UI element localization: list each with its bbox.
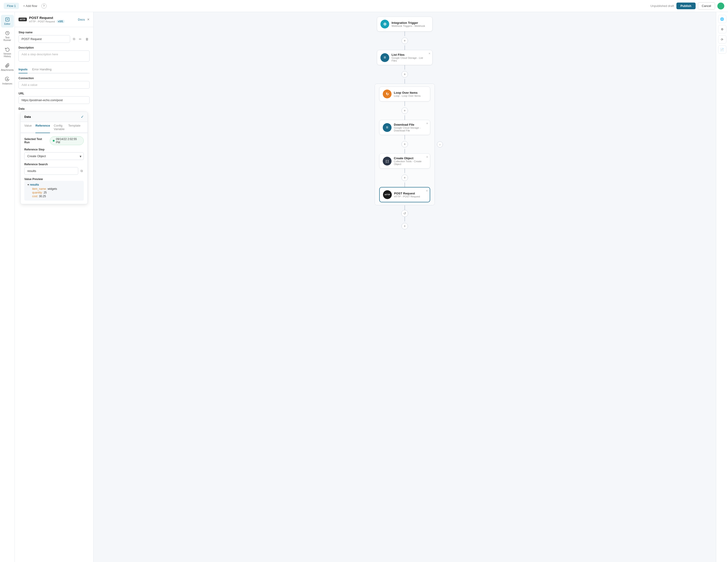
publish-button[interactable]: Publish bbox=[676, 3, 696, 9]
sidebar-item-editor[interactable]: Editor bbox=[1, 15, 14, 28]
reference-search-field: Reference Search ⧉ bbox=[24, 163, 84, 175]
history-button[interactable]: ⟳ bbox=[718, 35, 726, 44]
document-button[interactable]: 📄 bbox=[718, 45, 726, 54]
list-files-content: List Files Google Cloud Storage - List F… bbox=[392, 53, 429, 62]
add-step-loop-1-button[interactable]: + bbox=[401, 107, 408, 114]
editor-label: Editor bbox=[4, 23, 10, 25]
add-flow-button[interactable]: + Add flow bbox=[21, 3, 39, 9]
editor-icon bbox=[5, 17, 10, 22]
test-run-badge: 09/14/22 2:02:55 PM bbox=[50, 136, 84, 145]
top-bar-left: Flow 1 + Add flow ? bbox=[4, 3, 47, 9]
instances-label: Instances bbox=[2, 82, 12, 85]
post-request-close-button[interactable]: × bbox=[426, 189, 428, 193]
settings-button[interactable]: ⚙ bbox=[718, 25, 726, 33]
add-step-end-button[interactable]: + bbox=[401, 223, 408, 229]
ref-tab-config-variable[interactable]: Config Variable bbox=[54, 122, 65, 133]
confirm-button[interactable]: ✓ bbox=[81, 115, 84, 119]
copy-step-button[interactable]: ⧉ bbox=[72, 36, 76, 42]
connector-4 bbox=[404, 79, 405, 84]
panel-header: HTTP POST Request HTTP - POST Request v1… bbox=[15, 12, 93, 27]
left-sidebar: Editor Test Runner Version History Attac… bbox=[0, 12, 15, 562]
description-input[interactable] bbox=[19, 50, 90, 62]
refresh-button[interactable]: ↺ bbox=[401, 210, 408, 217]
integration-trigger-content: Integration Trigger Webhook Triggers - W… bbox=[392, 21, 429, 27]
connector-1 bbox=[404, 31, 405, 36]
sidebar-item-version-history[interactable]: Version History bbox=[1, 45, 14, 60]
cancel-button[interactable]: Cancel bbox=[698, 2, 715, 9]
delete-step-button[interactable]: 🗑 bbox=[84, 36, 90, 42]
close-panel-button[interactable]: × bbox=[87, 17, 90, 22]
reference-search-label: Reference Search bbox=[24, 163, 84, 166]
test-runner-label: Test Runner bbox=[2, 36, 12, 41]
reference-tabs: Value Reference Config Variable Template bbox=[21, 122, 87, 133]
vp-prop-quantity: quantity: 25 bbox=[32, 191, 81, 194]
ref-tab-reference[interactable]: Reference bbox=[35, 122, 50, 133]
sidebar-item-attachments[interactable]: Attachments bbox=[1, 61, 14, 74]
sidebar-item-test-runner[interactable]: Test Runner bbox=[1, 28, 14, 44]
edit-step-button[interactable]: ✏ bbox=[78, 36, 83, 42]
connection-label: Connection bbox=[19, 77, 90, 80]
data-label: Data bbox=[19, 107, 90, 110]
create-object-title: Create Object bbox=[394, 156, 427, 160]
ref-tab-template[interactable]: Template bbox=[68, 122, 81, 133]
integration-trigger-icon: ⚙ bbox=[380, 20, 389, 28]
flow-node-list-files[interactable]: ≡ List Files Google Cloud Storage - List… bbox=[377, 50, 432, 65]
expand-loop-button[interactable]: › bbox=[437, 141, 443, 147]
attachments-label: Attachments bbox=[1, 69, 14, 71]
top-bar-right: Unpublished draft Publish Cancel bbox=[650, 2, 724, 9]
create-object-content: Create Object Collection Tools - Create … bbox=[394, 156, 427, 165]
globe-button[interactable]: 🌐 bbox=[718, 15, 726, 23]
download-file-close-button[interactable]: × bbox=[426, 122, 428, 125]
ref-search-row: ⧉ bbox=[24, 167, 84, 175]
loop-title: Loop Over Items bbox=[394, 91, 427, 94]
reference-step-select[interactable]: Create Object bbox=[24, 152, 84, 160]
list-files-sub: Google Cloud Storage - List Files bbox=[392, 56, 429, 62]
flow-tab[interactable]: Flow 1 bbox=[4, 3, 19, 9]
main-content: Editor Test Runner Version History Attac… bbox=[0, 12, 728, 562]
flow-node-download-file[interactable]: ≡ Download File Google Cloud Storage - D… bbox=[379, 120, 430, 135]
create-object-close-button[interactable]: × bbox=[426, 155, 428, 159]
avatar-button[interactable] bbox=[717, 3, 724, 9]
post-request-title: POST Request bbox=[394, 192, 426, 195]
value-preview-label: Value Preview bbox=[24, 178, 84, 181]
add-step-loop-3-button[interactable]: + bbox=[401, 175, 408, 181]
url-input[interactable] bbox=[19, 96, 90, 104]
description-label: Description bbox=[19, 46, 90, 49]
add-step-2-button[interactable]: + bbox=[401, 71, 408, 78]
connector-11 bbox=[404, 205, 405, 210]
step-name-input[interactable] bbox=[19, 35, 70, 43]
vp-collapse-row[interactable]: ▾ results bbox=[28, 183, 81, 186]
copy-reference-button[interactable]: ⧉ bbox=[80, 168, 84, 174]
docs-link[interactable]: Docs bbox=[78, 18, 85, 21]
connector-2 bbox=[404, 45, 405, 50]
tab-error-handling[interactable]: Error Handling bbox=[32, 66, 52, 73]
flow-node-post-request[interactable]: HTTP POST Request HTTP - POST Request × bbox=[379, 187, 430, 202]
unpublished-label: Unpublished draft bbox=[650, 4, 674, 8]
http-badge: HTTP bbox=[19, 18, 27, 21]
panel-title: POST Request bbox=[29, 16, 65, 20]
add-step-loop-2-button[interactable]: + bbox=[401, 141, 408, 147]
tab-inputs[interactable]: Inputs bbox=[19, 66, 28, 73]
top-bar: Flow 1 + Add flow ? Unpublished draft Pu… bbox=[0, 0, 728, 12]
list-files-close-button[interactable]: × bbox=[429, 52, 430, 55]
flow-node-loop-over-items[interactable]: ↻ Loop Over Items Loop - Loop Over Items bbox=[379, 87, 430, 101]
reference-search-input[interactable] bbox=[24, 167, 78, 175]
post-request-content: POST Request HTTP - POST Request bbox=[394, 192, 426, 198]
version-history-icon bbox=[5, 47, 10, 52]
version-history-label: Version History bbox=[2, 53, 12, 58]
connector-9 bbox=[404, 169, 405, 173]
panel-header-text: POST Request HTTP - POST Request v101 bbox=[29, 16, 65, 23]
flow-node-integration-trigger[interactable]: ⚙ Integration Trigger Webhook Triggers -… bbox=[377, 17, 432, 31]
ref-tab-value[interactable]: Value bbox=[24, 122, 32, 133]
create-object-icon: [ ] bbox=[383, 157, 392, 165]
url-field: URL bbox=[19, 92, 90, 104]
download-file-content: Download File Google Cloud Storage - Dow… bbox=[394, 123, 427, 132]
connection-input[interactable] bbox=[19, 81, 90, 89]
step-name-field: Step name ⧉ ✏ 🗑 bbox=[19, 31, 90, 43]
help-button[interactable]: ? bbox=[41, 3, 47, 9]
flow-node-create-object[interactable]: [ ] Create Object Collection Tools - Cre… bbox=[379, 153, 430, 169]
sidebar-item-instances[interactable]: Instances bbox=[1, 75, 14, 87]
attachments-icon bbox=[5, 63, 10, 68]
add-step-1-button[interactable]: + bbox=[401, 37, 408, 44]
loop-sub: Loop - Loop Over Items bbox=[394, 94, 427, 97]
